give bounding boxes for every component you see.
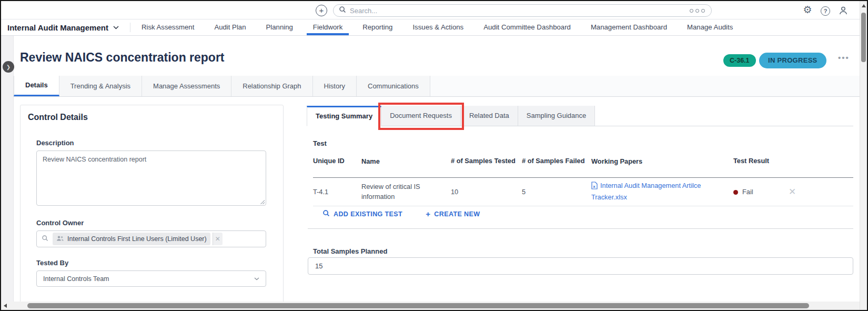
description-label: Description xyxy=(36,139,74,147)
description-field-wrap: Review NAICS concentration report xyxy=(36,151,266,206)
col-name: Name xyxy=(361,157,451,167)
cell-unique-id: T-4.1 xyxy=(313,188,361,196)
primary-nav: Internal Audit Management Risk Assessmen… xyxy=(1,19,867,36)
tested-by-select[interactable]: Internal Controls Team xyxy=(36,270,266,287)
col-samples-failed: # of Samples Failed xyxy=(522,157,591,165)
cell-samples-tested: 10 xyxy=(451,188,522,196)
search-icon xyxy=(42,234,48,244)
cell-samples-failed: 5 xyxy=(522,188,591,196)
total-samples-label: Total Samples Planned xyxy=(313,247,387,255)
description-textarea[interactable]: Review NAICS concentration report xyxy=(36,151,266,206)
col-test-result: Test Result xyxy=(733,157,789,165)
collapsed-side-panel xyxy=(1,36,14,302)
chip-remove-icon[interactable]: ✕ xyxy=(213,233,223,245)
panel-divider xyxy=(308,228,853,229)
test-table: Unique ID Name # of Samples Tested # of … xyxy=(313,151,853,206)
fail-status-dot xyxy=(733,190,738,195)
cell-remove: ✕ xyxy=(789,187,853,196)
search-icon xyxy=(322,209,330,218)
table-row[interactable]: T-4.1 Review of critical IS information … xyxy=(313,178,853,206)
app-switcher[interactable]: Internal Audit Management xyxy=(1,19,119,35)
cell-test-result: Fail xyxy=(733,188,789,196)
table-header-row: Unique ID Name # of Samples Tested # of … xyxy=(313,151,853,178)
chevron-down-icon xyxy=(113,26,119,29)
nav-item-management-dashboard[interactable]: Management Dashboard xyxy=(591,19,667,35)
test-result-label: Fail xyxy=(742,188,753,196)
cell-working-papers: x Internal Audit Management Artilce Trac… xyxy=(591,181,733,202)
table-actions: ADD EXISTING TEST + CREATE NEW xyxy=(322,209,480,218)
chevron-down-icon xyxy=(254,277,259,280)
page-title: Review NAICS concentration report xyxy=(20,51,225,65)
control-details-card: Control Details Description Review NAICS… xyxy=(20,105,284,304)
person-icon[interactable] xyxy=(837,5,849,16)
tab-trending-analysis[interactable]: Trending & Analysis xyxy=(59,76,142,96)
collapse-chevron-icon: ❯ xyxy=(6,64,11,70)
test-section-label: Test xyxy=(313,139,327,147)
nav-item-reporting[interactable]: Reporting xyxy=(362,19,392,35)
resize-handle[interactable] xyxy=(260,199,265,204)
app-window: + ⚙ ? Internal Audit Management Risk Ass… xyxy=(0,0,868,311)
add-existing-test-button[interactable]: ADD EXISTING TEST xyxy=(322,209,402,218)
plus-icon: + xyxy=(426,209,430,218)
remove-row-icon[interactable]: ✕ xyxy=(789,187,796,197)
cell-name: Review of critical IS information xyxy=(361,182,451,202)
record-tabs: Details Trending & Analysis Manage Asses… xyxy=(14,76,860,97)
nav-items: Risk Assessment Audit Plan Planning Fiel… xyxy=(142,19,733,35)
nav-item-fieldwork[interactable]: Fieldwork xyxy=(313,19,342,35)
tab-communications[interactable]: Communications xyxy=(357,76,430,96)
create-new-label: CREATE NEW xyxy=(434,210,480,218)
status-badge[interactable]: IN PROGRESS xyxy=(759,53,826,68)
tested-by-value: Internal Controls Team xyxy=(43,275,109,283)
nav-item-planning[interactable]: Planning xyxy=(266,19,293,35)
nav-item-issues-actions[interactable]: Issues & Actions xyxy=(412,19,463,35)
tab-related-data[interactable]: Related Data xyxy=(461,106,518,126)
tab-relationship-graph[interactable]: Relationship Graph xyxy=(231,76,312,96)
working-paper-link[interactable]: x Internal Audit Management Artilce Trac… xyxy=(591,182,701,201)
expand-panel-button[interactable]: ❯ xyxy=(3,61,14,73)
vertical-scrollbar[interactable] xyxy=(860,1,867,310)
nav-item-audit-plan[interactable]: Audit Plan xyxy=(214,19,246,35)
tab-testing-summary[interactable]: Testing Summary xyxy=(307,106,381,126)
nav-item-audit-committee-dashboard[interactable]: Audit Committee Dashboard xyxy=(483,19,571,35)
gear-icon[interactable]: ⚙ xyxy=(802,4,813,15)
col-unique-id: Unique ID xyxy=(313,157,361,165)
tab-details[interactable]: Details xyxy=(14,76,59,96)
add-existing-test-label: ADD EXISTING TEST xyxy=(334,210,402,218)
horizontal-scrollbar[interactable] xyxy=(1,302,860,310)
kebab-menu-icon[interactable]: ••• xyxy=(838,53,850,62)
owner-chip-label: Internal Controls First Line Users (Limi… xyxy=(67,235,207,243)
control-owner-label: Control Owner xyxy=(36,219,84,227)
tab-manage-assessments[interactable]: Manage Assessments xyxy=(142,76,231,96)
tab-sampling-guidance[interactable]: Sampling Guidance xyxy=(518,106,595,126)
tested-by-label: Tested By xyxy=(36,259,68,267)
total-samples-input[interactable] xyxy=(308,257,853,275)
plus-circle-icon[interactable]: + xyxy=(316,5,327,16)
col-working-papers: Working Papers xyxy=(591,157,733,167)
app-name: Internal Audit Management xyxy=(7,23,108,32)
v-scroll-thumb[interactable] xyxy=(861,13,866,62)
top-bar: + ⚙ ? xyxy=(1,1,867,19)
search-icon xyxy=(339,6,346,15)
search-input[interactable] xyxy=(350,7,690,15)
h-scroll-thumb[interactable] xyxy=(27,303,809,308)
create-new-button[interactable]: + CREATE NEW xyxy=(426,209,480,218)
help-icon[interactable]: ? xyxy=(820,5,831,17)
people-icon xyxy=(56,234,64,244)
tab-document-requests[interactable]: Document Requests xyxy=(381,106,461,126)
highlight-annotation-box xyxy=(378,103,464,130)
nav-divider xyxy=(130,23,130,32)
scroll-up-arrow[interactable] xyxy=(862,4,866,7)
nav-item-risk-assessment[interactable]: Risk Assessment xyxy=(142,19,194,35)
card-title: Control Details xyxy=(28,113,88,122)
testing-tabs: Testing Summary Document Requests Relate… xyxy=(307,106,595,126)
tab-history[interactable]: History xyxy=(313,76,357,96)
scroll-left-arrow[interactable] xyxy=(4,304,7,308)
col-samples-tested: # of Samples Tested xyxy=(451,157,522,165)
excel-file-icon: x xyxy=(591,182,598,193)
svg-text:x: x xyxy=(593,184,596,189)
nav-item-manage-audits[interactable]: Manage Audits xyxy=(687,19,733,35)
working-paper-filename: Internal Audit Management Artilce Tracke… xyxy=(591,182,701,201)
owner-chip: Internal Controls First Line Users (Limi… xyxy=(53,233,210,245)
global-search[interactable] xyxy=(333,4,712,17)
control-owner-field[interactable]: Internal Controls First Line Users (Limi… xyxy=(36,230,266,247)
